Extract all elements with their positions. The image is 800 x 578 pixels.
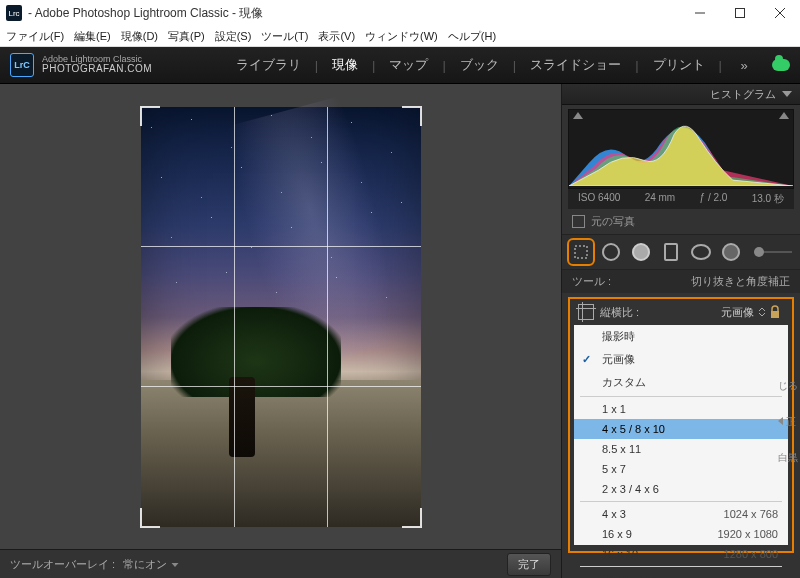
aspect-dropdown[interactable]: 元画像 [721,305,766,320]
original-row[interactable]: 元の写真 [562,209,800,234]
module-print[interactable]: プリント [653,56,705,74]
close-icon [775,8,785,18]
tree [171,307,341,437]
menu-view[interactable]: 表示(V) [318,29,355,44]
brand-line2: PHOTOGRAFAN.COM [42,64,152,75]
module-book[interactable]: ブック [460,56,499,74]
svg-rect-1 [736,9,745,18]
menu-develop[interactable]: 現像(D) [121,29,158,44]
app-icon: Lrc [6,5,22,21]
menu-file[interactable]: ファイル(F) [6,29,64,44]
maximize-icon [735,8,745,18]
titlebar: Lrc - Adobe Photoshop Lightroom Classic … [0,0,800,26]
aspect-row: 縦横比 : 元画像 [570,299,792,325]
app-window: Lrc - Adobe Photoshop Lightroom Classic … [0,0,800,578]
original-checkbox-icon [572,215,585,228]
ellipse-icon [691,244,711,260]
original-label: 元の写真 [591,214,635,229]
menu-window[interactable]: ウィンドウ(W) [365,29,438,44]
rect-icon [664,243,678,261]
aspect-item-4x3[interactable]: 4 x 31024 x 768 [574,504,788,524]
exif-iso: ISO 6400 [578,192,620,206]
aspect-item-asshot[interactable]: 撮影時 [574,325,788,348]
module-develop[interactable]: 現像 [332,56,358,74]
aspect-item-1x1[interactable]: 1 x 1 [574,399,788,419]
svg-rect-5 [771,311,779,318]
module-map[interactable]: マップ [389,56,428,74]
maximize-button[interactable] [720,0,760,26]
crop-handle-tl[interactable] [140,106,160,126]
histogram-header[interactable]: ヒストグラム [562,84,800,105]
crop-tool-button[interactable] [570,241,592,263]
circle-fill-icon [632,243,650,261]
center-panel: ツールオーバーレイ : 常にオン 完了 [0,84,561,578]
aspect-panel: 縦横比 : 元画像 撮影時 ✓元画像 カスタム [568,297,794,553]
menu-separator [580,566,782,567]
photo-crop-area[interactable] [141,107,421,527]
aspect-item-5x7[interactable]: 5 x 7 [574,459,788,479]
exif-aperture: ƒ / 2.0 [700,192,728,206]
redeye-tool-button[interactable] [630,241,652,263]
module-library[interactable]: ライブラリ [236,56,301,74]
histogram-label: ヒストグラム [710,87,776,102]
aspect-item-16x10[interactable]: 16 x 101280 x 800 [574,544,788,564]
window-title: - Adobe Photoshop Lightroom Classic - 現像 [28,5,263,22]
aspect-item-4x5[interactable]: 4 x 5 / 8 x 10 [574,419,788,439]
aspect-item-custom[interactable]: カスタム [574,371,788,394]
close-button[interactable] [760,0,800,26]
circle-icon [602,243,620,261]
menu-edit[interactable]: 編集(E) [74,29,111,44]
tool-header: ツール : 切り抜きと角度補正 [562,270,800,293]
aspect-menu: 撮影時 ✓元画像 カスタム 1 x 1 4 x 5 / 8 x 10 8.5 x… [574,325,788,545]
exif-row: ISO 6400 24 mm ƒ / 2.0 13.0 秒 [568,189,794,209]
histogram[interactable] [568,109,794,189]
gradient-tool-button[interactable] [660,241,682,263]
aspect-item-2x3[interactable]: 2 x 3 / 4 x 6 [574,479,788,499]
crop-icon [573,244,589,260]
updown-icon [758,308,766,316]
tool-name: 切り抜きと角度補正 [691,274,790,289]
aspect-item-original[interactable]: ✓元画像 [574,348,788,371]
menu-separator [580,501,782,502]
cloud-sync-icon[interactable] [772,59,790,71]
menubar: ファイル(F) 編集(E) 現像(D) 写真(P) 設定(S) ツール(T) 表… [0,26,800,47]
aspect-item-16x9[interactable]: 16 x 91920 x 1080 [574,524,788,544]
menu-separator [580,396,782,397]
aspect-crop-icon [578,304,594,320]
crop-handle-tr[interactable] [402,106,422,126]
exif-focal: 24 mm [645,192,676,206]
module-picker: ライブラリ| 現像| マップ| ブック| スライドショー| プリント| » [236,56,790,74]
exif-shutter: 13.0 秒 [752,192,784,206]
minimize-icon [695,8,705,18]
menu-help[interactable]: ヘルプ(H) [448,29,496,44]
right-panel: ヒストグラム ISO 6400 24 mm [561,84,800,578]
brand: LrC Adobe Lightroom Classic PHOTOGRAFAN.… [10,53,152,77]
module-slideshow[interactable]: スライドショー [530,56,621,74]
brand-icon: LrC [10,53,34,77]
brush-size-slider[interactable] [754,251,792,253]
crop-handle-br[interactable] [402,508,422,528]
overlay-dropdown[interactable]: 常にオン [123,557,180,572]
crop-handle-bl[interactable] [140,508,160,528]
spot-tool-button[interactable] [600,241,622,263]
tool-strip [562,234,800,270]
aspect-item-enter[interactable]: 数値を入力... [574,569,788,578]
tool-label: ツール : [572,274,611,289]
brush-tool-button[interactable] [720,241,742,263]
radial-tool-button[interactable] [690,241,712,263]
menu-photo[interactable]: 写真(P) [168,29,205,44]
overlay-label: ツールオーバーレイ : [10,557,115,572]
aspect-lock-icon[interactable] [766,305,784,319]
minimize-button[interactable] [680,0,720,26]
aspect-item-85x11[interactable]: 8.5 x 11 [574,439,788,459]
module-more[interactable]: » [736,58,752,73]
collapse-icon [782,91,792,97]
histogram-graph [569,110,793,186]
canvas-area [0,84,561,549]
topbar: LrC Adobe Lightroom Classic PHOTOGRAFAN.… [0,47,800,84]
aspect-label: 縦横比 : [600,305,639,320]
menu-tools[interactable]: ツール(T) [261,29,308,44]
dot-icon [722,243,740,261]
done-button[interactable]: 完了 [507,553,551,576]
menu-settings[interactable]: 設定(S) [215,29,252,44]
